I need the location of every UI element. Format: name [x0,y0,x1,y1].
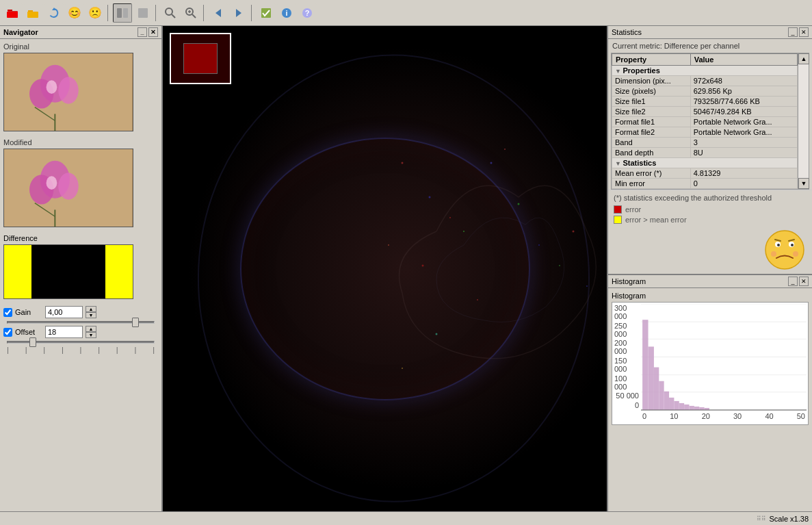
prop-meanerr-label: Mean error (*) [612,168,691,179]
svg-line-14 [192,14,196,18]
col-property: Property [612,54,691,66]
legend-mean-color [614,216,622,224]
stats-close-btn[interactable]: ✕ [799,27,809,37]
svg-point-38 [449,217,451,218]
histogram-label: Histogram [612,292,809,300]
gain-input[interactable]: 4,00 [45,306,83,318]
svg-point-26 [47,80,57,94]
table-row: Size (pixels) 629.856 Kp [612,86,798,97]
svg-rect-81 [689,406,694,410]
original-orchid [4,53,133,131]
toolbar-compare-btn[interactable] [113,3,132,23]
legend-error-label: error [625,205,641,214]
toolbar-back-btn[interactable] [209,3,228,23]
svg-marker-16 [236,9,241,17]
original-image [3,53,133,131]
offset-up-btn[interactable]: ▲ [86,326,96,332]
svg-marker-15 [215,9,221,17]
toolbar-open-btn[interactable] [3,3,23,23]
prop-sizef1-label: Size file1 [612,97,691,107]
gain-row: Gain 4,00 ▲ ▼ [3,306,158,318]
svg-rect-77 [669,398,674,410]
svg-rect-79 [679,403,684,410]
table-scroll-down-btn[interactable]: ▼ [798,178,809,189]
center-panel [163,26,607,511]
toolbar-sep-3 [203,5,206,21]
gain-down-btn[interactable]: ▼ [86,312,96,318]
stats-collapse-icon[interactable]: ▼ [615,160,623,167]
gain-slider[interactable] [7,321,155,324]
properties-section-text: Properties [623,66,659,75]
histogram-minimize-btn[interactable]: _ [788,277,798,286]
offset-slider-ticks: ||||||||| [7,346,155,354]
navigator-minimize-btn[interactable]: _ [137,27,147,37]
prop-sizef2-label: Size file2 [612,107,691,117]
gain-up-btn[interactable]: ▲ [86,306,96,312]
svg-point-45 [490,162,493,164]
svg-rect-82 [694,407,699,410]
gain-label: Gain [15,308,42,316]
offset-input[interactable]: 18 [45,326,83,338]
table-row: Format file1 Portable Network Gra... [612,117,798,127]
svg-point-33 [47,176,57,190]
table-row: Band 3 [612,138,798,148]
svg-text:?: ? [305,9,310,17]
toolbar-help-btn[interactable]: ? [298,3,317,23]
table-scrollbar-track [798,64,809,178]
svg-rect-4 [27,12,38,18]
offset-spinner: ▲ ▼ [86,326,96,338]
svg-rect-3 [28,10,33,12]
thumb-red-box [183,43,218,74]
x-label-30: 30 [733,412,742,420]
toolbar-single-btn[interactable] [133,3,153,23]
table-row: Size file1 793258/774.666 KB [612,97,798,107]
toolbar-refresh-btn[interactable] [44,3,64,23]
toolbar-folder-btn[interactable] [24,3,43,23]
svg-rect-74 [654,368,659,410]
gain-checkbox[interactable] [3,308,12,317]
svg-point-53 [436,333,438,335]
offset-slider[interactable] [7,341,155,344]
svg-point-32 [58,172,78,199]
svg-point-56 [765,231,804,269]
svg-rect-76 [664,392,669,410]
svg-point-47 [463,231,464,232]
properties-section-label: ▼ Properties [612,66,798,76]
prop-formatf2-value: Portable Network Gra... [690,127,797,138]
offset-slider-thumb[interactable] [29,337,36,347]
stats-panel: Statistics _ ✕ Current metric: Differenc… [608,26,812,274]
svg-point-37 [402,162,404,164]
toolbar-forward-btn[interactable] [229,3,248,23]
svg-point-44 [538,244,540,246]
gain-spinner: ▲ ▼ [86,306,96,318]
original-section: Original [0,39,161,135]
main-image-area[interactable] [163,26,607,511]
toolbar-sep-1 [107,5,110,21]
table-scroll-up-btn[interactable]: ▲ [798,53,809,64]
offset-checkbox[interactable] [3,328,12,337]
toolbar-search-btn[interactable] [161,3,180,23]
toolbar-face-btn[interactable]: 🙁 [86,3,105,23]
diff-yellow-left [4,245,31,298]
histogram-header-btns: _ ✕ [788,277,809,286]
properties-collapse-icon[interactable]: ▼ [615,68,623,75]
histogram-y-axis: 300 000 250 000 200 000 150 000 100 000 … [612,303,641,411]
navigator-close-btn[interactable]: ✕ [148,27,158,37]
toolbar-info-btn[interactable]: i [277,3,296,23]
toolbar-smile-btn[interactable]: 😊 [65,3,84,23]
svg-point-40 [504,149,506,150]
stats-minimize-btn[interactable]: _ [788,27,798,37]
offset-down-btn[interactable]: ▼ [86,332,96,338]
toolbar-zoom-btn[interactable] [181,3,200,23]
svg-line-10 [172,14,175,18]
histogram-close-btn[interactable]: ✕ [799,277,809,286]
svg-point-39 [422,265,424,267]
prop-dimension-label: Dimension (pix... [612,76,691,86]
prop-sizef2-value: 50467/49.284 KB [690,107,797,117]
prop-formatf2-label: Format file2 [612,127,691,138]
gain-slider-thumb[interactable] [132,318,139,327]
toolbar-check-btn[interactable] [257,3,276,23]
prop-band-value: 3 [690,138,797,148]
prop-dimension-value: 972x648 [690,76,797,86]
stats-header-btns: _ ✕ [788,27,809,37]
